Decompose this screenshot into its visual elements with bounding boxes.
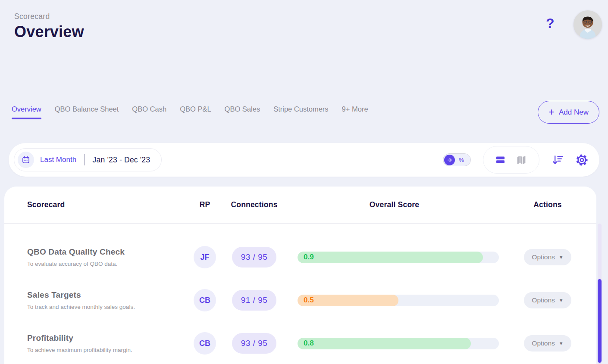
- view-switcher: [483, 146, 539, 174]
- percent-toggle[interactable]: %: [443, 153, 471, 166]
- options-label: Options: [532, 339, 555, 347]
- scorecard-title: QBO Data Quality Check: [27, 247, 191, 257]
- plus-icon: +: [548, 107, 555, 117]
- scrollbar-track[interactable]: [598, 224, 602, 364]
- col-scorecard: Scorecard: [27, 200, 191, 209]
- sort-icon[interactable]: [552, 154, 564, 166]
- options-label: Options: [532, 253, 555, 261]
- connections-badge: 91 / 95: [232, 290, 277, 311]
- breadcrumb: Scorecard: [14, 12, 84, 21]
- avatar[interactable]: [574, 10, 602, 39]
- connections-badge: 93 / 95: [232, 333, 277, 354]
- score-bar-fill: 0.5: [298, 295, 398, 306]
- scorecard-title: Profitability: [27, 333, 191, 343]
- period-label: Last Month: [40, 156, 76, 164]
- filter-bar: Last Month Jan '23 - Dec '23 %: [9, 143, 599, 177]
- rp-avatar[interactable]: JF: [194, 246, 216, 268]
- divider: [84, 154, 85, 165]
- toggle-knob-arrow-icon: [444, 155, 455, 165]
- scorecard-cell: Sales Targets To track and achieve month…: [27, 290, 191, 310]
- scorecard-cell: QBO Data Quality Check To evaluate accur…: [27, 247, 191, 267]
- list-view-icon[interactable]: [495, 155, 506, 165]
- options-label: Options: [532, 296, 555, 304]
- avatar-illustration: [574, 10, 602, 39]
- col-rp: RP: [191, 200, 219, 209]
- add-new-label: Add New: [559, 108, 589, 117]
- tab-qbo-cash[interactable]: QBO Cash: [132, 105, 166, 119]
- calendar-icon: [18, 152, 34, 168]
- scorecard-title: Sales Targets: [27, 290, 191, 300]
- scrollbar-thumb[interactable]: [598, 279, 602, 363]
- date-range-value: Jan '23 - Dec '23: [93, 156, 150, 165]
- tab-qbo-balance-sheet[interactable]: QBO Balance Sheet: [55, 105, 119, 119]
- page-title: Overview: [14, 23, 84, 41]
- scorecard-cell: Profitability To achieve maximum profita…: [27, 333, 191, 353]
- options-button[interactable]: Options ▼: [524, 335, 571, 352]
- scorecard-description: To evaluate accuracy of QBO data.: [27, 261, 191, 267]
- table-row: Profitability To achieve maximum profita…: [4, 322, 596, 364]
- caret-down-icon: ▼: [559, 298, 564, 303]
- score-bar: 0.8: [298, 338, 499, 349]
- map-view-icon[interactable]: [515, 155, 528, 165]
- col-connections: Connections: [219, 200, 290, 209]
- options-button[interactable]: Options ▼: [524, 292, 571, 308]
- table-row: QBO Data Quality Check To evaluate accur…: [4, 236, 596, 279]
- score-bar: 0.5: [298, 295, 499, 306]
- tab-overview[interactable]: Overview: [12, 105, 41, 119]
- tab-qbo-sales[interactable]: QBO Sales: [225, 105, 260, 119]
- col-actions: Actions: [499, 200, 596, 209]
- table-body: QBO Data Quality Check To evaluate accur…: [4, 224, 596, 364]
- scorecard-description: To track and achieve monthly sales goals…: [27, 304, 191, 310]
- score-bar-fill: 0.9: [298, 252, 483, 263]
- caret-down-icon: ▼: [559, 341, 564, 346]
- rp-avatar[interactable]: CB: [194, 289, 216, 311]
- tab-bar: Overview QBO Balance Sheet QBO Cash QBO …: [12, 105, 368, 119]
- add-new-button[interactable]: + Add New: [538, 101, 599, 124]
- scorecards-table: Scorecard RP Connections Overall Score A…: [4, 187, 596, 364]
- date-range-picker[interactable]: Last Month Jan '23 - Dec '23: [14, 148, 162, 171]
- page-header: Scorecard Overview: [14, 12, 84, 41]
- filter-actions: %: [443, 146, 588, 174]
- connections-badge: 93 / 95: [232, 247, 277, 268]
- col-overall-score: Overall Score: [290, 200, 499, 209]
- caret-down-icon: ▼: [559, 255, 564, 260]
- tab-stripe-customers[interactable]: Stripe Customers: [273, 105, 328, 119]
- table-row: Sales Targets To track and achieve month…: [4, 279, 596, 322]
- scorecard-overview-page: Scorecard Overview ? Overview QBO Balanc…: [0, 0, 608, 364]
- percent-label: %: [459, 157, 464, 163]
- settings-gear-icon[interactable]: [576, 154, 588, 166]
- table-header-row: Scorecard RP Connections Overall Score A…: [4, 187, 596, 224]
- tab-more[interactable]: 9+ More: [342, 105, 368, 119]
- score-bar-fill: 0.8: [298, 338, 471, 349]
- rp-avatar[interactable]: CB: [194, 332, 216, 355]
- help-icon[interactable]: ?: [546, 16, 555, 31]
- tab-qbo-pl[interactable]: QBO P&L: [180, 105, 211, 119]
- options-button[interactable]: Options ▼: [524, 249, 571, 265]
- score-bar: 0.9: [298, 252, 499, 263]
- scorecard-description: To achieve maximum profitability margin.: [27, 347, 191, 353]
